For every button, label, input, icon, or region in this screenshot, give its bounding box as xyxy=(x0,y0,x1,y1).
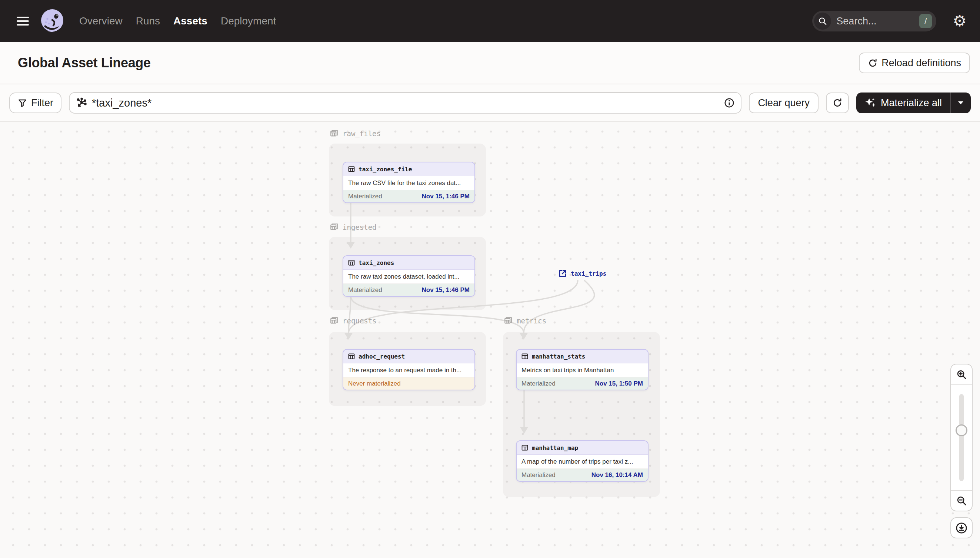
nav-item-deployment[interactable]: Deployment xyxy=(221,15,276,27)
asset-description: The response to an request made in th... xyxy=(343,363,474,377)
settings-gear-icon[interactable]: ⚙ xyxy=(953,13,967,29)
asset-description: The raw CSV file for the taxi zones dat.… xyxy=(343,176,474,190)
asset-node-header: taxi_zones xyxy=(343,256,474,270)
asset-query-input-box[interactable] xyxy=(69,92,741,113)
materialize-options-caret[interactable] xyxy=(951,92,971,113)
asset-node-header: adhoc_request xyxy=(343,350,474,363)
asset-status-bar: Materialized Nov 15, 1:50 PM xyxy=(517,377,648,390)
graph-query-icon xyxy=(76,97,87,109)
info-icon[interactable] xyxy=(724,97,735,108)
refresh-icon xyxy=(832,98,843,108)
group-label-metrics[interactable]: metrics xyxy=(503,316,546,326)
asset-graph-canvas[interactable]: raw_files ingested requests metrics taxi… xyxy=(0,122,980,558)
status-label: Materialized xyxy=(522,471,555,479)
refresh-graph-button[interactable] xyxy=(826,92,849,113)
search-shortcut-badge: / xyxy=(919,14,932,28)
group-tables-icon xyxy=(329,316,339,326)
nav-item-runs[interactable]: Runs xyxy=(136,15,160,27)
hamburger-menu-icon[interactable] xyxy=(16,16,29,26)
table-icon xyxy=(521,353,529,360)
edge-taxi_zones-manhattan_stats xyxy=(351,296,524,333)
materialize-all-button[interactable]: Materialize all xyxy=(856,92,950,113)
global-search[interactable]: / xyxy=(812,11,936,31)
materialization-timestamp: Nov 15, 1:46 PM xyxy=(422,193,469,200)
materialization-timestamp: Nov 15, 1:50 PM xyxy=(595,380,643,387)
asset-status-bar: Materialized Nov 15, 1:46 PM xyxy=(343,190,474,202)
nav-item-assets[interactable]: Assets xyxy=(173,15,208,27)
lineage-toolbar: Filter Clear query Materi xyxy=(0,84,980,122)
asset-node-taxi_zones_file[interactable]: taxi_zones_file The raw CSV file for the… xyxy=(343,162,475,203)
asset-description: Metrics on taxi trips in Manhattan xyxy=(517,363,648,377)
group-tables-icon xyxy=(329,222,339,232)
funnel-icon xyxy=(17,98,27,108)
group-label-ingested[interactable]: ingested xyxy=(329,222,377,232)
status-label: Never materialized xyxy=(348,380,401,387)
asset-node-manhattan_stats[interactable]: manhattan_stats Metrics on taxi trips in… xyxy=(516,349,649,391)
external-asset-taxi_trips[interactable]: taxi_trips xyxy=(558,269,606,278)
materialization-timestamp: Nov 16, 10:14 AM xyxy=(591,471,643,479)
zoom-in-icon xyxy=(956,369,967,380)
filter-button[interactable]: Filter xyxy=(9,92,61,113)
materialize-all-split-button: Materialize all xyxy=(856,92,971,113)
table-icon xyxy=(521,444,529,451)
download-icon xyxy=(955,522,968,534)
download-graph-button[interactable] xyxy=(950,517,973,538)
reload-definitions-button[interactable]: Reload definitions xyxy=(859,53,970,73)
zoom-out-icon xyxy=(956,495,967,506)
asset-query-input[interactable] xyxy=(92,97,724,109)
status-label: Materialized xyxy=(522,380,555,387)
asset-description: A map of the number of trips per taxi z.… xyxy=(517,455,648,469)
asset-status-bar: Materialized Nov 16, 10:14 AM xyxy=(517,469,648,481)
zoom-slider[interactable] xyxy=(951,384,972,491)
nav-item-overview[interactable]: Overview xyxy=(79,15,123,27)
search-icon xyxy=(814,13,831,30)
asset-status-bar: Materialized Nov 15, 1:46 PM xyxy=(343,284,474,296)
page-header: Global Asset Lineage Reload definitions xyxy=(0,42,980,84)
asset-node-adhoc_request[interactable]: adhoc_request The response to an request… xyxy=(343,349,475,391)
table-icon xyxy=(348,166,355,173)
zoom-slider-thumb[interactable] xyxy=(955,424,967,436)
external-link-icon xyxy=(558,269,567,278)
group-tables-icon xyxy=(329,128,339,139)
zoom-out-button[interactable] xyxy=(951,491,972,510)
search-input[interactable] xyxy=(836,16,919,27)
top-nav-bar: Overview Runs Assets Deployment / ⚙ xyxy=(0,0,980,42)
lineage-edges-layer xyxy=(0,122,980,558)
table-icon xyxy=(348,259,355,266)
asset-node-header: taxi_zones_file xyxy=(343,162,474,176)
zoom-in-button[interactable] xyxy=(951,364,972,384)
group-tables-icon xyxy=(503,316,513,326)
status-label: Materialized xyxy=(348,286,382,294)
main-nav: Overview Runs Assets Deployment xyxy=(79,15,276,27)
refresh-icon xyxy=(868,58,878,68)
materialization-timestamp: Nov 15, 1:46 PM xyxy=(422,286,469,294)
page-title: Global Asset Lineage xyxy=(18,55,151,71)
table-icon xyxy=(348,353,355,360)
sparkle-icon xyxy=(865,97,876,109)
status-label: Materialized xyxy=(348,193,382,200)
asset-node-header: manhattan_stats xyxy=(517,350,648,363)
clear-query-button[interactable]: Clear query xyxy=(749,92,819,113)
asset-node-taxi_zones[interactable]: taxi_zones The raw taxi zones dataset, l… xyxy=(343,255,475,297)
asset-node-header: manhattan_map xyxy=(517,441,648,455)
zoom-slider-track[interactable] xyxy=(959,394,964,481)
chevron-down-icon xyxy=(957,100,965,106)
asset-node-manhattan_map[interactable]: manhattan_map A map of the number of tri… xyxy=(516,440,649,482)
group-label-requests[interactable]: requests xyxy=(329,316,377,326)
asset-status-bar: Never materialized xyxy=(343,377,474,390)
asset-description: The raw taxi zones dataset, loaded int..… xyxy=(343,270,474,284)
zoom-control-panel xyxy=(950,364,973,511)
group-label-raw_files[interactable]: raw_files xyxy=(329,128,381,139)
dagster-logo[interactable] xyxy=(40,9,64,33)
